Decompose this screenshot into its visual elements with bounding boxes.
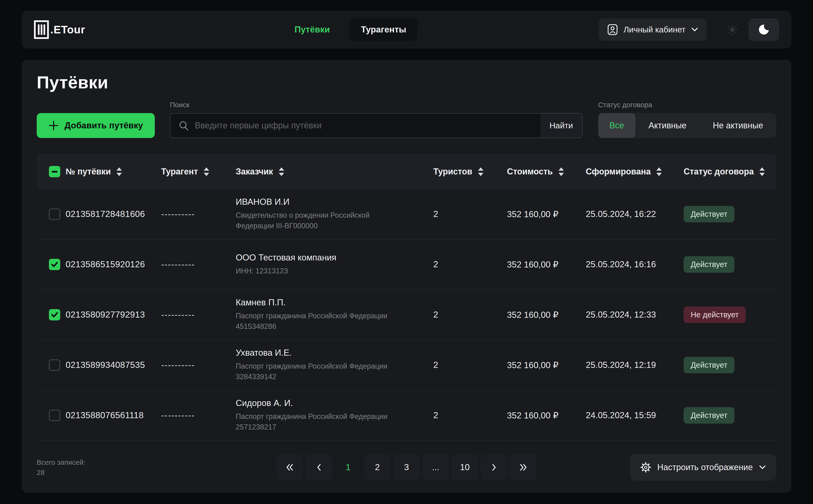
booking-number: 0213581728481606 [66, 209, 161, 219]
column-header-tourists[interactable]: Туристов [433, 167, 507, 177]
tourists-cell: 2 [433, 410, 507, 420]
search-group: Поиск Найти [170, 101, 583, 138]
total-records-value: 28 [37, 467, 85, 478]
search-box: Найти [170, 113, 583, 138]
customer-name: Ухватова И.Е. [236, 348, 433, 358]
check-icon [51, 262, 58, 267]
agent-cell: ---------- [161, 360, 236, 370]
status-filter-label: Статус договора [598, 101, 776, 109]
table-row[interactable]: 0213588076561118 ---------- Сидоров А. И… [37, 390, 776, 441]
account-label: Личный кабинет [624, 25, 686, 34]
customer-name: ООО Тестовая компания [236, 253, 433, 263]
main-card: Путёвки Добавить путёвку Поиск Найт [22, 60, 791, 493]
tourists-cell: 2 [433, 209, 507, 219]
column-header-cost[interactable]: Стоимость [507, 167, 586, 177]
page-title: Путёвки [37, 72, 776, 92]
page-button[interactable]: 10 [452, 454, 478, 481]
search-input[interactable] [189, 114, 540, 138]
customer-name: Сидоров А. И. [236, 398, 433, 408]
status-filter-option[interactable]: Не активные [700, 113, 776, 138]
column-header-customer[interactable]: Заказчик [236, 167, 433, 177]
search-label: Поиск [170, 101, 583, 109]
table-row[interactable]: 0213581728481606 ---------- ИВАНОВ И.И С… [37, 189, 776, 240]
last-page-button[interactable] [510, 454, 537, 481]
status-filter-option[interactable]: Активные [635, 113, 700, 138]
plus-icon [48, 120, 59, 131]
row-checkbox[interactable] [49, 410, 60, 421]
total-records: Всего записей: 28 [37, 457, 85, 478]
status-filter-segmented: ВсеАктивныеНе активные [598, 113, 776, 138]
table-row[interactable]: 0213580927792913 ---------- Камнев П.П. … [37, 290, 776, 340]
row-checkbox[interactable] [49, 309, 60, 320]
logo-icon [34, 20, 49, 39]
tourists-cell: 2 [433, 310, 507, 320]
customer-name: Камнев П.П. [236, 298, 433, 307]
main-nav: ПутёвкиТурагенты [294, 11, 418, 48]
status-badge: Действует [684, 357, 734, 373]
add-voucher-button[interactable]: Добавить путёвку [37, 113, 155, 138]
booking-number: 0213589934087535 [66, 360, 161, 370]
page-button[interactable]: 3 [393, 454, 420, 481]
tourists-cell: 2 [433, 260, 507, 269]
page-button[interactable]: 2 [364, 454, 391, 481]
cost-cell: 352 160,00 ₽ [507, 260, 586, 270]
sun-icon [727, 24, 738, 35]
account-badge-icon [607, 24, 618, 35]
booking-number: 0213586515920126 [66, 260, 161, 269]
double-chevron-left-icon [285, 463, 295, 472]
prev-page-button[interactable] [305, 454, 332, 481]
column-header-contract-status[interactable]: Статус договора [684, 167, 776, 177]
top-bar: .ETour ПутёвкиТурагенты Личный кабинет [22, 11, 791, 48]
status-badge: Действует [684, 206, 734, 222]
vouchers-table: № путёвки Турагент Заказчик Туристов Сто… [37, 154, 776, 441]
row-checkbox[interactable] [49, 259, 60, 270]
row-checkbox[interactable] [49, 209, 60, 220]
customer-info: Паспорт гражданина Российской Федерации … [236, 411, 396, 433]
theme-light-toggle[interactable] [727, 24, 738, 35]
tourists-cell: 2 [433, 360, 507, 370]
customer-info: Паспорт гражданина Российской Федерации … [236, 311, 396, 332]
sort-icon [478, 167, 484, 176]
column-header-agent[interactable]: Турагент [161, 167, 236, 177]
page-button[interactable]: 1 [335, 454, 361, 481]
nav-item-inactive[interactable]: Турагенты [349, 18, 418, 41]
first-page-button[interactable] [276, 454, 303, 481]
brand-logo[interactable]: .ETour [34, 20, 85, 39]
cost-cell: 352 160,00 ₽ [507, 360, 586, 370]
formed-cell: 24.05.2024, 15:59 [586, 410, 684, 420]
agent-cell: ---------- [161, 260, 236, 269]
account-button[interactable]: Личный кабинет [599, 18, 707, 41]
sort-icon [559, 167, 564, 176]
sort-icon [656, 167, 662, 176]
column-header-voucher-number[interactable]: № путёвки [66, 167, 161, 177]
status-filter-option[interactable]: Все [598, 113, 635, 138]
theme-dark-toggle[interactable] [749, 18, 779, 41]
nav-item-active[interactable]: Путёвки [294, 25, 330, 35]
next-page-button[interactable] [481, 454, 508, 481]
booking-number: 0213588076561118 [66, 410, 161, 420]
cost-cell: 352 160,00 ₽ [507, 410, 586, 421]
column-header-formed[interactable]: Сформирована [586, 167, 684, 177]
moon-icon [758, 24, 770, 35]
status-filter-group: Статус договора ВсеАктивныеНе активные [598, 101, 776, 138]
configure-display-button[interactable]: Настроить отображение [630, 454, 776, 481]
formed-cell: 25.05.2024, 12:19 [586, 360, 684, 370]
formed-cell: 25.05.2024, 16:16 [586, 260, 684, 269]
select-all-checkbox[interactable] [49, 166, 60, 177]
sort-icon [204, 167, 209, 176]
search-submit-button[interactable]: Найти [540, 114, 582, 138]
top-right-cluster: Личный кабинет [599, 18, 779, 41]
chevron-left-icon [316, 463, 322, 472]
chevron-down-icon [691, 27, 698, 32]
booking-number: 0213580927792913 [66, 310, 161, 320]
configure-display-label: Настроить отображение [657, 462, 753, 472]
chevron-down-icon [759, 465, 766, 470]
formed-cell: 25.05.2024, 12:33 [586, 310, 684, 320]
table-row[interactable]: 0213589934087535 ---------- Ухватова И.Е… [37, 340, 776, 390]
page-ellipsis: ... [422, 454, 449, 481]
table-row[interactable]: 0213586515920126 ---------- ООО Тестовая… [37, 240, 776, 290]
table-header-row: № путёвки Турагент Заказчик Туристов Сто… [37, 154, 776, 189]
row-checkbox[interactable] [49, 359, 60, 371]
sort-icon [759, 167, 765, 176]
pagination: 123...10 [276, 454, 537, 481]
